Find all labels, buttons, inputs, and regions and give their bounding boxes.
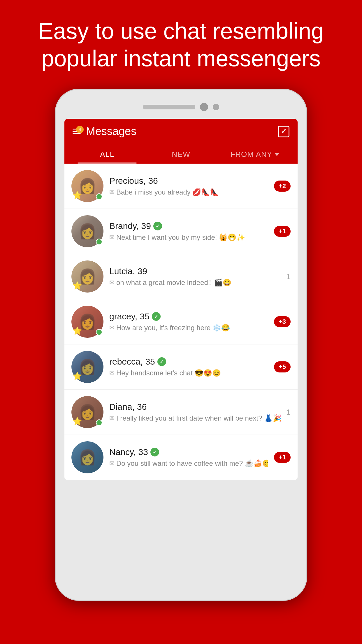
- unread-badge: +5: [274, 361, 291, 372]
- front-camera: [200, 103, 208, 111]
- chat-name-row: Lutcia, 39: [109, 266, 281, 276]
- star-badge-icon: ⭐: [73, 281, 82, 290]
- chat-name-row: Diana, 36: [109, 402, 281, 412]
- chat-item[interactable]: 👩 ⭐ Precious, 36 ✉ Babe i miss you alrea…: [64, 164, 298, 209]
- message-icon: ✉: [109, 460, 115, 467]
- chat-name-row: gracey, 35 ✓: [109, 312, 268, 321]
- chat-item[interactable]: 👩 Brandy, 39 ✓ ✉ Next time I want you by: [64, 209, 298, 254]
- chat-name: Lutcia, 39: [109, 266, 147, 276]
- phone-hardware: [64, 98, 298, 116]
- chat-info: rebecca, 35 ✓ ✉ Hey handsome let's chat …: [109, 357, 268, 377]
- chat-name: rebecca, 35: [109, 357, 155, 367]
- unread-badge: +3: [274, 316, 291, 327]
- chat-info: Nancy, 33 ✓ ✉ Do you still want to have …: [109, 447, 268, 468]
- avatar: 👩: [71, 441, 103, 473]
- chat-item[interactable]: 👩 Nancy, 33 ✓ ✉ Do you still want to hav…: [64, 435, 298, 480]
- speaker-grill: [143, 105, 195, 109]
- chat-item[interactable]: 👩 ⭐ gracey, 35 ✓ ✉ How are yo: [64, 299, 298, 344]
- chat-name: Diana, 36: [109, 402, 147, 412]
- verified-icon: ✓: [152, 312, 161, 321]
- chat-info: Precious, 36 ✉ Babe i miss you already 💋…: [109, 176, 268, 196]
- chat-name: Precious, 36: [109, 176, 158, 186]
- chat-name: Brandy, 39: [109, 221, 151, 231]
- chat-info: Lutcia, 39 ✉ oh what a great movie indee…: [109, 266, 281, 287]
- phone-body: 4 Messages ALL NEW FROM ANY: [56, 90, 306, 600]
- verified-icon: ✓: [150, 448, 159, 456]
- chat-preview: ✉ Next time I want you by my side! 🙀😁✨: [109, 233, 268, 242]
- unread-count: 1: [287, 408, 291, 417]
- message-icon: ✉: [109, 324, 115, 332]
- chat-name-row: Nancy, 33 ✓: [109, 447, 268, 457]
- hero-title: Easy to use chat resembling popular inst…: [23, 18, 339, 72]
- tabs-bar: ALL NEW FROM ANY: [64, 144, 298, 164]
- avatar-wrap: 👩 ⭐: [71, 351, 103, 383]
- avatar-wrap: 👩: [71, 215, 103, 247]
- phone-screen: 4 Messages ALL NEW FROM ANY: [64, 119, 298, 480]
- app-title: Messages: [86, 125, 136, 138]
- chat-item[interactable]: 👩 ⭐ rebecca, 35 ✓ ✉ Hey handsome let's c…: [64, 344, 298, 390]
- unread-count: 1: [287, 272, 291, 281]
- tab-fromany[interactable]: FROM ANY: [218, 144, 292, 164]
- menu-button[interactable]: 4: [73, 129, 81, 134]
- star-badge-icon: ⭐: [73, 326, 82, 335]
- chat-info: Brandy, 39 ✓ ✉ Next time I want you by m…: [109, 221, 268, 242]
- chat-preview: ✉ I really liked you at first date when …: [109, 414, 281, 422]
- tab-new[interactable]: NEW: [144, 144, 218, 164]
- avatar-image: 👩: [71, 441, 103, 473]
- verified-icon: ✓: [157, 357, 166, 366]
- tab-all[interactable]: ALL: [70, 144, 144, 164]
- chat-info: gracey, 35 ✓ ✉ How are you, it's freezin…: [109, 312, 268, 332]
- chat-preview: ✉ Hey handsome let's chat 😎😍😊: [109, 369, 268, 377]
- chat-item[interactable]: 👩 ⭐ Lutcia, 39 ✉ oh what a great movie i…: [64, 254, 298, 299]
- chat-name: Nancy, 33: [109, 447, 148, 457]
- avatar-wrap: 👩 ⭐: [71, 260, 103, 293]
- phone-frame: 4 Messages ALL NEW FROM ANY: [0, 90, 362, 600]
- avatar-wrap: 👩 ⭐: [71, 396, 103, 428]
- hero-section: Easy to use chat resembling popular inst…: [0, 0, 362, 84]
- chat-preview: ✉ How are you, it's freezing here ❄️😂: [109, 324, 268, 332]
- dropdown-arrow-icon: [275, 153, 279, 156]
- chat-name-row: rebecca, 35 ✓: [109, 357, 268, 367]
- star-badge-icon: ⭐: [73, 417, 82, 426]
- message-icon: ✉: [109, 188, 115, 196]
- front-sensor: [213, 104, 219, 110]
- chat-name-row: Precious, 36: [109, 176, 268, 186]
- menu-badge: 4: [76, 126, 84, 133]
- chat-preview: ✉ Babe i miss you already 💋👠👠: [109, 188, 268, 196]
- unread-badge: +1: [274, 226, 291, 237]
- chat-name: gracey, 35: [109, 312, 150, 321]
- chat-info: Diana, 36 ✉ I really liked you at first …: [109, 402, 281, 422]
- chat-preview: ✉ oh what a great movie indeed!! 🎬😀: [109, 279, 281, 287]
- star-badge-icon: ⭐: [73, 191, 82, 200]
- header-left: 4 Messages: [73, 125, 136, 138]
- star-badge-icon: ⭐: [73, 372, 82, 381]
- app-header: 4 Messages: [64, 119, 298, 144]
- unread-badge: +1: [274, 452, 291, 463]
- verified-icon: ✓: [153, 222, 162, 230]
- message-icon: ✉: [109, 234, 115, 241]
- unread-badge: +2: [274, 181, 291, 192]
- avatar-wrap: 👩 ⭐: [71, 306, 103, 338]
- chat-name-row: Brandy, 39 ✓: [109, 221, 268, 231]
- message-icon: ✉: [109, 279, 115, 286]
- avatar-wrap: 👩 ⭐: [71, 170, 103, 202]
- avatar-wrap: 👩: [71, 441, 103, 473]
- message-icon: ✉: [109, 414, 115, 422]
- message-icon: ✉: [109, 369, 115, 377]
- chat-item[interactable]: 👩 ⭐ Diana, 36 ✉ I really liked you at fi…: [64, 390, 298, 435]
- compose-button[interactable]: [278, 126, 289, 137]
- chat-preview: ✉ Do you still want to have coffee with …: [109, 459, 268, 468]
- chat-list: 👩 ⭐ Precious, 36 ✉ Babe i miss you alrea…: [64, 164, 298, 480]
